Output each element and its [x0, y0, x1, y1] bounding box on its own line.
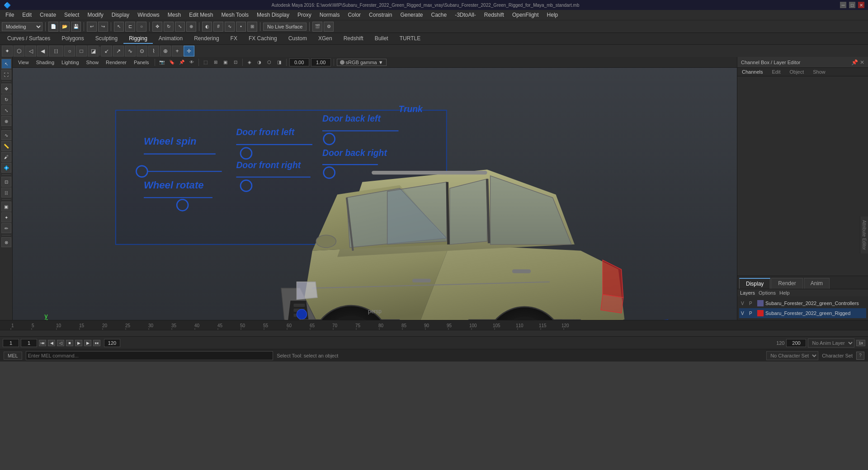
render-view-button[interactable]: 🎬	[312, 22, 322, 32]
tab-turtle[interactable]: TURTLE	[394, 34, 426, 44]
shelf-arrow-l[interactable]: ↙	[101, 46, 112, 56]
tab-show[interactable]: Show	[808, 68, 830, 76]
shelf-arrow-r[interactable]: ↗	[113, 46, 124, 56]
lasso-select-button[interactable]: ⊏	[125, 22, 135, 32]
tab-sculpting[interactable]: Sculpting	[90, 34, 123, 44]
new-scene-button[interactable]: 📄	[48, 22, 58, 32]
coord-x-input[interactable]	[289, 58, 309, 66]
shelf-circle-button[interactable]: ○	[64, 46, 75, 56]
timeline-ruler[interactable]: 1 5 10 15 20 25 30 35 40 45 50 55 60	[0, 320, 868, 330]
save-scene-button[interactable]: 💾	[71, 22, 81, 32]
anim-layer-selector[interactable]: No Anim Layer	[808, 338, 854, 348]
tab-channels[interactable]: Channels	[737, 68, 767, 76]
persp-ortho-icon[interactable]: ⬚	[202, 58, 210, 66]
tab-fx-caching[interactable]: FX Caching	[243, 34, 283, 44]
rotate-button[interactable]: ↻	[164, 22, 174, 32]
resolution-icon[interactable]: ⊡	[231, 58, 240, 66]
play-forward-button[interactable]: ▶	[75, 340, 82, 346]
minimize-button[interactable]: ─	[840, 2, 846, 8]
shelf-edge-button[interactable]: ◀	[37, 46, 48, 56]
shelf-wire-button[interactable]: ⬡	[14, 46, 24, 56]
range-end-input[interactable]	[104, 339, 120, 347]
layer-p-1[interactable]: P	[749, 301, 755, 306]
next-key-button[interactable]: ⏭	[93, 340, 100, 346]
tool-grease-pencil[interactable]: ✏	[1, 223, 11, 233]
grid-toggle-icon[interactable]: ⊞	[212, 58, 220, 66]
tab-rendering[interactable]: Rendering	[189, 34, 224, 44]
open-scene-button[interactable]: 📂	[60, 22, 70, 32]
menu-proxy[interactable]: Proxy	[294, 11, 315, 19]
shelf-plus-button[interactable]: +	[172, 46, 183, 56]
max-frame-input[interactable]	[786, 339, 806, 347]
mode-selector[interactable]: Modeling Rigging Animation FX Rendering	[2, 22, 42, 31]
subtab-options[interactable]: Options	[759, 290, 776, 296]
tool-universal[interactable]: ⊕	[1, 116, 11, 126]
undo-button[interactable]: ↩	[87, 22, 97, 32]
playback-speed-button[interactable]: 1x	[856, 340, 865, 346]
maximize-button[interactable]: □	[849, 2, 855, 8]
shelf-square-button[interactable]: □	[76, 46, 87, 56]
redo-button[interactable]: ↪	[98, 22, 108, 32]
menu-normals[interactable]: Normals	[316, 11, 344, 19]
tool-rotate[interactable]: ↻	[1, 94, 11, 104]
tab-redshift[interactable]: Redshift	[338, 34, 369, 44]
tab-bullet[interactable]: Bullet	[369, 34, 394, 44]
tool-pivot[interactable]: ⊗	[1, 237, 11, 247]
snap-point-button[interactable]: •	[236, 22, 246, 32]
shelf-fill-button[interactable]: ◪	[88, 46, 99, 56]
tool-move[interactable]: ✥	[1, 84, 11, 94]
camera-select-icon[interactable]: 📷	[158, 58, 166, 66]
film-gate-icon[interactable]: ▣	[222, 58, 230, 66]
tool-paint[interactable]: 🖌	[1, 152, 11, 162]
layer-v-2[interactable]: V	[741, 311, 747, 316]
snap-view-button[interactable]: ⊞	[247, 22, 257, 32]
tool-measure[interactable]: 📏	[1, 141, 11, 151]
subtab-layers[interactable]: Layers	[740, 290, 755, 296]
range-start-input[interactable]	[21, 339, 37, 347]
move-button[interactable]: ✥	[152, 22, 162, 32]
layer-name-controllers[interactable]: Subaru_Forester_2022_green_Controllers	[765, 301, 864, 306]
char-set-selector[interactable]: No Character Set	[766, 351, 818, 360]
menu-cache[interactable]: Cache	[427, 11, 450, 19]
shelf-curve-btn[interactable]: ∿	[125, 46, 136, 56]
help-icon-button[interactable]: ?	[856, 352, 864, 360]
bookmarks-icon[interactable]: 🔖	[168, 58, 176, 66]
paint-select-button[interactable]: ○	[137, 22, 146, 32]
prev-frame-button[interactable]: ◀	[48, 340, 55, 346]
snap-icon[interactable]: 📌	[178, 58, 186, 66]
tool-sculpt[interactable]: 💠	[1, 163, 11, 173]
menu-3dtaall[interactable]: -3DtoAll-	[451, 11, 480, 19]
menu-mesh-display[interactable]: Mesh Display	[253, 11, 293, 19]
menu-display[interactable]: Display	[108, 11, 133, 19]
tab-rigging[interactable]: Rigging	[123, 34, 153, 44]
play-back-button[interactable]: ◁	[57, 340, 64, 346]
menu-mesh[interactable]: Mesh	[164, 11, 184, 19]
menu-constrain[interactable]: Constrain	[365, 11, 396, 19]
shading-icon[interactable]: ◑	[255, 58, 264, 66]
visibility-icon[interactable]: 👁	[188, 58, 196, 66]
layer-name-rigged[interactable]: Subaru_Forester_2022_green_Rigged	[765, 310, 864, 316]
snap-grid-button[interactable]: #	[213, 22, 223, 32]
right-panel-pin-icon[interactable]: 📌	[851, 59, 858, 66]
wireframe-icon[interactable]: ⬡	[265, 58, 274, 66]
tab-xgen[interactable]: XGen	[313, 34, 338, 44]
layer-tab-display[interactable]: Display	[739, 278, 770, 289]
texture-icon[interactable]: ◨	[275, 58, 283, 66]
menu-help[interactable]: Help	[543, 11, 562, 19]
scale-button[interactable]: ⤡	[175, 22, 185, 32]
layer-v-1[interactable]: V	[741, 301, 747, 306]
layer-tab-anim[interactable]: Anim	[804, 278, 830, 289]
vp-menu-panels[interactable]: Panels	[131, 59, 152, 66]
vp-menu-view[interactable]: View	[15, 59, 32, 66]
menu-modify[interactable]: Modify	[84, 11, 107, 19]
select-tool-button[interactable]: ↖	[114, 22, 124, 32]
vp-menu-renderer[interactable]: Renderer	[103, 59, 129, 66]
tool-paint-select[interactable]: ⛶	[1, 70, 11, 80]
viewport-canvas[interactable]: Wheel spin Wheel rotate Door front left …	[13, 68, 737, 320]
tool-snap-together[interactable]: ⌻	[1, 188, 11, 197]
prev-key-button[interactable]: ⏮	[39, 340, 46, 346]
current-frame-input[interactable]	[3, 339, 19, 347]
universal-manip-button[interactable]: ⊕	[186, 22, 196, 32]
subtab-help[interactable]: Help	[779, 290, 790, 296]
xray-icon[interactable]: ◈	[245, 58, 254, 66]
